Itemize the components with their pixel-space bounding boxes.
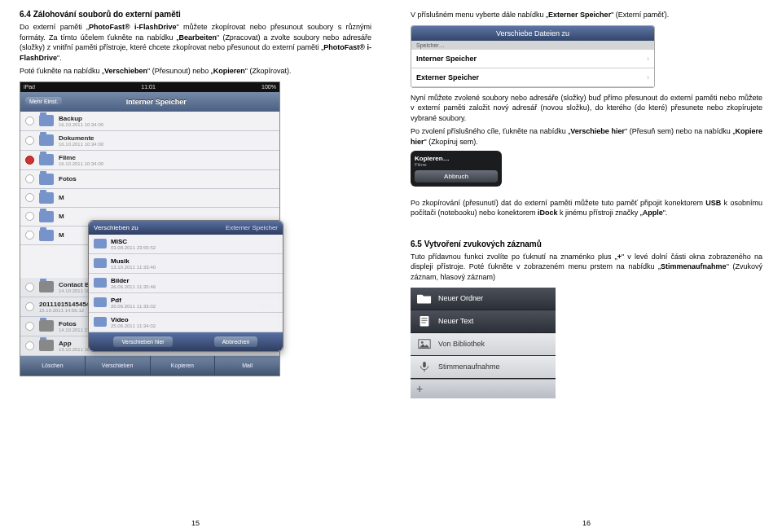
row-title: MISC	[111, 238, 156, 245]
popup-item[interactable]: Bilder26.06.2011 11:35:46	[89, 274, 283, 293]
text: V příslušném menu vyberte dále nabídku „	[411, 11, 548, 19]
add-menu-screenshot: Neuer Ordner Neuer Text Von Bibliothek S…	[411, 288, 556, 398]
row-subtitle: 16.10.2011 10:34:00	[59, 161, 103, 166]
row-title: Backup	[59, 115, 103, 122]
text: Po zkopírování (přesunutí) dat do extern…	[411, 199, 705, 207]
svg-rect-0	[420, 316, 429, 327]
copy-popup-screenshot: Kopieren… Filme Abbruch	[411, 151, 502, 187]
list-item[interactable]: Dokumente16.10.2011 10:34:00	[20, 131, 279, 151]
list-item[interactable]: Backup16.10.2011 10:34:00	[20, 112, 279, 131]
folder-icon	[39, 230, 54, 241]
bold-text: Externer Speicher	[548, 11, 611, 19]
bold-text: iDock	[538, 209, 558, 217]
popup-location: Externer Speicher	[226, 224, 278, 231]
voice-record-row[interactable]: Stimmenaufnahme	[411, 356, 556, 379]
popup-item[interactable]: MISC03.08.2011 23:55:52	[89, 235, 283, 254]
popup-title: Kopieren…	[415, 155, 498, 162]
checkbox-icon[interactable]	[25, 117, 34, 125]
checkbox-icon[interactable]	[25, 322, 34, 331]
checkbox-checked-icon[interactable]	[25, 156, 34, 165]
row-label: Neuer Ordner	[438, 294, 483, 302]
section-label: Speicher…	[411, 41, 654, 50]
back-button[interactable]: Mehr Einst.	[25, 97, 62, 106]
page-left: 6.4 Zálohování souborů do externí paměti…	[0, 0, 391, 532]
folder-icon	[39, 281, 54, 292]
text: Do externí paměti „	[20, 23, 89, 31]
new-text-row[interactable]: Neuer Text	[411, 310, 556, 333]
popup-title: Verschieben zu	[94, 224, 138, 231]
checkbox-icon[interactable]	[25, 302, 34, 311]
chevron-right-icon: ›	[647, 55, 649, 63]
internal-storage-row[interactable]: Interner Speicher ›	[411, 50, 654, 68]
list-item[interactable]: M	[20, 189, 279, 208]
popup-item[interactable]: Pdf26.06.2011 11:33:02	[89, 293, 283, 313]
move-here-button[interactable]: Verschieben hier	[113, 336, 172, 347]
row-subtitle: 03.08.2011 23:55:52	[111, 245, 156, 250]
folder-icon	[39, 154, 54, 165]
row-title: Dokumente	[59, 134, 103, 142]
row-title: Fotos	[59, 175, 77, 182]
checkbox-icon[interactable]	[25, 231, 34, 240]
move-button[interactable]: Verschieben	[86, 356, 151, 376]
from-library-row[interactable]: Von Bibliothek	[411, 333, 556, 356]
checkbox-icon[interactable]	[25, 341, 34, 350]
popup-item[interactable]: Video25.06.2011 11:34:02	[89, 313, 283, 332]
paragraph: Do externí paměti „PhotoFast® i-FlashDri…	[20, 22, 371, 63]
nav-bar: Mehr Einst. Interner Speicher	[20, 92, 279, 112]
row-title: M	[59, 194, 64, 201]
abort-button[interactable]: Abbruch	[415, 170, 498, 182]
bold-text: Bearbeiten	[179, 33, 217, 42]
row-label: Interner Speicher	[416, 55, 477, 63]
row-label: Stimmenaufnahme	[438, 363, 500, 371]
plus-button[interactable]: +	[411, 379, 556, 398]
microphone-icon	[417, 361, 432, 372]
text: ".	[663, 209, 668, 217]
row-subtitle: 13.10.2011 11:33:40	[111, 265, 156, 270]
new-folder-row[interactable]: Neuer Ordner	[411, 288, 556, 310]
bold-text: Verschiebe hier	[570, 127, 625, 135]
list-item[interactable]: Fotos	[20, 170, 279, 189]
toolbar: Löschen Verschieben Kopieren Mail	[20, 356, 279, 376]
checkbox-icon[interactable]	[25, 174, 34, 183]
folder-icon	[94, 239, 107, 248]
status-device: iPad	[24, 84, 35, 90]
list-item[interactable]: Filme16.10.2011 10:34:00	[20, 151, 279, 170]
row-subtitle: 16.10.2011 10:34:00	[59, 142, 103, 147]
text: ".	[57, 54, 62, 62]
copy-button[interactable]: Kopieren	[151, 356, 216, 376]
text: " (Přesuň sem) nebo na nabídku „	[625, 127, 735, 135]
text: Po zvolení příslušného cíle, ťukněte na …	[411, 127, 570, 135]
folder-icon	[39, 340, 54, 351]
folder-icon	[39, 211, 54, 222]
folder-icon	[39, 115, 54, 126]
bold-text: Apple	[643, 209, 663, 217]
checkbox-icon[interactable]	[25, 283, 34, 292]
row-subtitle: 26.06.2011 11:33:02	[111, 304, 156, 309]
chevron-right-icon: ›	[647, 73, 649, 81]
row-title: Bilder	[111, 277, 156, 284]
status-time: 11:01	[141, 84, 156, 90]
bold-text: Stimmenaufnahme	[661, 262, 727, 270]
row-title: Pdf	[111, 297, 156, 304]
paragraph: Tuto přídavnou funkci zvolíte po ťuknutí…	[411, 252, 762, 283]
row-label: Externer Speicher	[416, 73, 479, 81]
section-heading: 6.4 Zálohování souborů do externí paměti	[20, 10, 371, 19]
paragraph: Po zvolení příslušného cíle, ťukněte na …	[411, 126, 762, 147]
folder-icon	[94, 278, 107, 288]
paragraph: Poté ťukněte na nabídku „Verschieben" (P…	[20, 66, 371, 77]
row-label: Von Bibliothek	[438, 340, 485, 348]
folder-icon	[39, 192, 54, 204]
delete-button[interactable]: Löschen	[20, 356, 86, 376]
mail-button[interactable]: Mail	[215, 356, 279, 376]
popup-item[interactable]: Musik13.10.2011 11:33:40	[89, 254, 283, 274]
checkbox-icon[interactable]	[25, 193, 34, 202]
external-storage-row[interactable]: Externer Speicher ›	[411, 68, 654, 87]
row-title: Musik	[111, 257, 156, 265]
checkbox-icon[interactable]	[25, 136, 34, 145]
row-subtitle: 16.10.2011 10:34:00	[59, 122, 103, 127]
checkbox-icon[interactable]	[25, 212, 34, 221]
folder-icon	[94, 317, 107, 327]
text: k jinému přístroji značky „	[558, 209, 643, 217]
cancel-button[interactable]: Abbrechen	[214, 336, 258, 347]
row-label: Neuer Text	[438, 317, 473, 325]
